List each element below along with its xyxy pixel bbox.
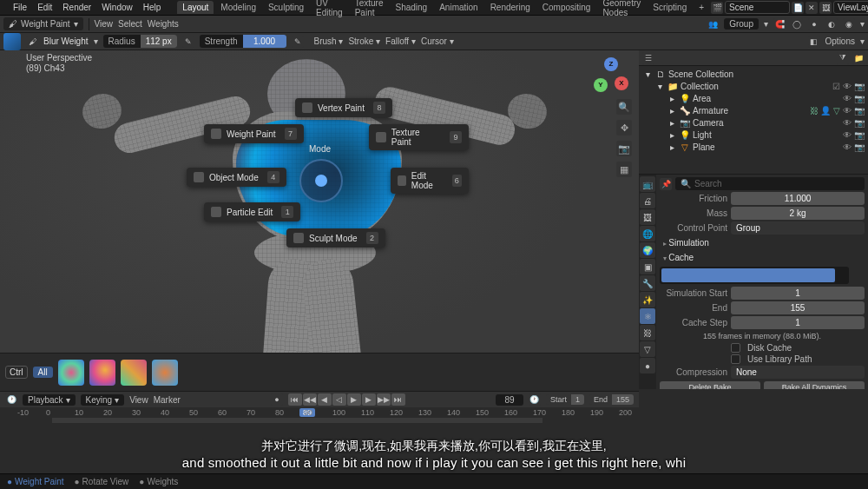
outliner-area[interactable]: ▸💡Area👁 📷: [642, 92, 865, 104]
props-pin-icon[interactable]: 📌: [660, 178, 672, 190]
pie-object-mode[interactable]: Object Mode4: [187, 168, 286, 187]
active-group[interactable]: Group: [724, 18, 759, 30]
sim-start-field[interactable]: 1: [731, 287, 865, 300]
persp-toggle-icon[interactable]: ▦: [616, 162, 632, 177]
preview-range-icon[interactable]: 🕐: [529, 393, 541, 406]
bake-all-button[interactable]: Bake All Dynamics: [764, 381, 865, 389]
friction-field[interactable]: 11.000: [731, 192, 865, 205]
view-gizmo[interactable]: ZXY: [592, 57, 630, 96]
brush-browse-icon[interactable]: 🖌: [26, 36, 38, 48]
camera-view-icon[interactable]: 📷: [616, 141, 632, 156]
playback-dd[interactable]: Playback ▾: [23, 394, 76, 406]
tab-compositing[interactable]: Compositing: [537, 1, 596, 14]
brush-all-tab[interactable]: All: [33, 367, 53, 378]
tab-rendering[interactable]: Rendering: [485, 1, 536, 14]
tab-shading[interactable]: Shading: [390, 1, 432, 14]
play-rev-button[interactable]: ◁: [332, 393, 346, 406]
tool-name[interactable]: Blur Weight: [43, 36, 89, 46]
scene-new-icon[interactable]: 📄: [792, 2, 804, 14]
options-dd[interactable]: Options: [825, 36, 855, 46]
outliner-light[interactable]: ▸💡Light👁 📷: [642, 129, 865, 141]
new-collection-icon[interactable]: 📁: [852, 52, 865, 64]
disk-cache-checkbox[interactable]: [731, 343, 740, 353]
tab-add[interactable]: +: [694, 1, 709, 14]
menu-file[interactable]: File: [9, 2, 31, 13]
scene-icon[interactable]: 🎬: [711, 2, 723, 14]
tl-view[interactable]: View: [129, 395, 148, 405]
menu-edit[interactable]: Edit: [33, 2, 56, 13]
brush-preset-2[interactable]: [89, 360, 115, 386]
viewlayer-name[interactable]: [833, 1, 868, 14]
keyframe-prev-button[interactable]: ◀◀: [303, 393, 317, 406]
tab-animation[interactable]: Animation: [434, 1, 483, 14]
brush-preset-4[interactable]: [152, 360, 178, 386]
delete-bake-button[interactable]: Delete Bake: [660, 381, 760, 389]
end-frame[interactable]: End155: [589, 394, 634, 405]
radius-pressure-icon[interactable]: ✎: [182, 36, 194, 48]
jump-start-button[interactable]: ⏮: [288, 393, 302, 406]
viewlayer-icon[interactable]: 🖼: [819, 2, 832, 14]
shading-mode-matprev-icon[interactable]: ◐: [825, 18, 838, 30]
control-point-dd[interactable]: Group: [731, 221, 865, 235]
menu-window[interactable]: Window: [97, 2, 137, 13]
tab-scripting[interactable]: Scripting: [648, 1, 692, 14]
section-cache[interactable]: Cache: [660, 250, 865, 265]
frame-next-button[interactable]: ▶: [362, 393, 376, 406]
outliner-filter-icon[interactable]: ⧩: [837, 52, 849, 64]
play-button[interactable]: ▶: [347, 393, 361, 406]
autokey-icon[interactable]: ●: [271, 393, 283, 406]
shading-mode-solid-icon[interactable]: ●: [808, 18, 820, 30]
shading-mode-render-icon[interactable]: ◉: [843, 18, 855, 30]
pie-weight-paint[interactable]: Weight Paint7: [204, 124, 304, 143]
frame-prev-button[interactable]: ◀: [318, 393, 332, 406]
brush-preset-1[interactable]: [58, 360, 84, 386]
snap-icon[interactable]: 🧲: [773, 18, 786, 30]
outliner-icon[interactable]: ☰: [642, 52, 654, 64]
move-view-icon[interactable]: ✥: [616, 120, 632, 135]
start-frame[interactable]: Start1: [546, 394, 584, 405]
brush-stroke-dd[interactable]: Stroke ▾: [348, 36, 380, 46]
mass-field[interactable]: 2 kg: [731, 207, 865, 220]
pie-edit-mode[interactable]: Edit Mode6: [391, 168, 469, 194]
pie-sculpt-mode[interactable]: Sculpt Mode2: [286, 228, 385, 248]
tab-uv-editing[interactable]: UV Editing: [311, 0, 348, 19]
brush-preset-3[interactable]: [121, 360, 147, 386]
pie-particle-edit[interactable]: Particle Edit1: [204, 202, 300, 221]
use-libpath-checkbox[interactable]: [731, 354, 740, 364]
timeline-icon[interactable]: 🕐: [5, 393, 17, 406]
hdr-view[interactable]: View: [95, 19, 114, 29]
tab-layout[interactable]: Layout: [177, 1, 214, 14]
scene-del-icon[interactable]: ✕: [806, 2, 818, 14]
props-search[interactable]: 🔍 Search: [675, 177, 865, 190]
current-frame-field[interactable]: 89: [496, 394, 523, 406]
outliner-camera[interactable]: ▸📷Camera👁 📷: [642, 116, 865, 129]
shading-mode-wire-icon[interactable]: ◯: [791, 18, 803, 30]
timeline-ruler[interactable]: 89 -100102030405060708090100110120130140…: [0, 407, 639, 424]
zoom-icon[interactable]: 🔍: [616, 99, 632, 115]
brush-cursor-dd[interactable]: Cursor ▾: [421, 36, 454, 46]
strength-field[interactable]: Strength 1.000: [200, 35, 286, 48]
brush-falloff-dd[interactable]: Falloff ▾: [385, 36, 416, 46]
cache-step-field[interactable]: 1: [731, 316, 865, 329]
mode-dropdown[interactable]: 🖌 Weight Paint ▾: [3, 17, 83, 30]
tab-texture-paint[interactable]: Texture Paint: [350, 0, 389, 19]
tab-geometry-nodes[interactable]: Geometry Nodes: [597, 0, 646, 19]
compression-dd[interactable]: None: [731, 366, 865, 379]
outliner-tree[interactable]: ▾🗋Scene Collection ▾📁Collection☑ 👁 📷 ▸💡A…: [639, 66, 868, 174]
keyframe-next-button[interactable]: ▶▶: [377, 393, 391, 406]
vertex-group-icon[interactable]: 👥: [707, 18, 719, 30]
sim-end-field[interactable]: 155: [731, 301, 865, 314]
scene-name[interactable]: [725, 1, 790, 14]
tl-marker[interactable]: Marker: [154, 395, 181, 405]
section-simulation[interactable]: Simulation: [660, 235, 865, 250]
outliner-armature[interactable]: ▸🦴Armature⛓ 👤 ▽👁 📷: [642, 104, 865, 116]
tab-sculpting[interactable]: Sculpting: [263, 1, 309, 14]
pie-texture-paint[interactable]: Texture Paint9: [369, 124, 469, 150]
jump-end-button[interactable]: ⏭: [391, 393, 405, 406]
pie-vertex-paint[interactable]: Vertex Paint8: [295, 98, 392, 117]
mask-icon[interactable]: ◧: [808, 36, 820, 48]
menu-help[interactable]: Help: [139, 2, 166, 13]
hdr-weights[interactable]: Weights: [148, 19, 179, 29]
keying-dd[interactable]: Keying ▾: [81, 394, 125, 406]
brush-preview-icon[interactable]: [3, 33, 21, 50]
